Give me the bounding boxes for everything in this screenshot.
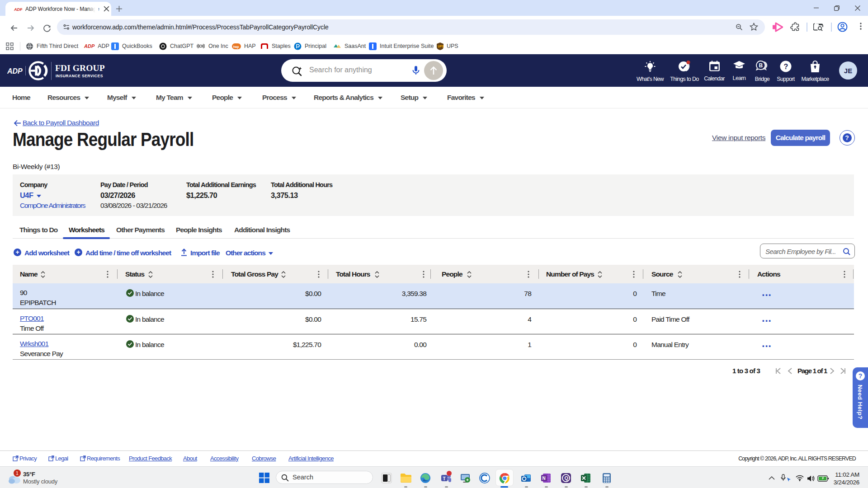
svg-text:UPS: UPS bbox=[438, 45, 443, 48]
svg-text:B: B bbox=[759, 62, 763, 69]
svg-text:ADP: ADP bbox=[7, 67, 23, 75]
svg-text:N: N bbox=[542, 476, 546, 481]
svg-text:ADP: ADP bbox=[14, 7, 22, 12]
svg-text:hap: hap bbox=[233, 45, 239, 48]
svg-text:T: T bbox=[443, 476, 446, 481]
svg-text:Q: Q bbox=[565, 475, 569, 481]
svg-text:?: ? bbox=[784, 63, 788, 70]
